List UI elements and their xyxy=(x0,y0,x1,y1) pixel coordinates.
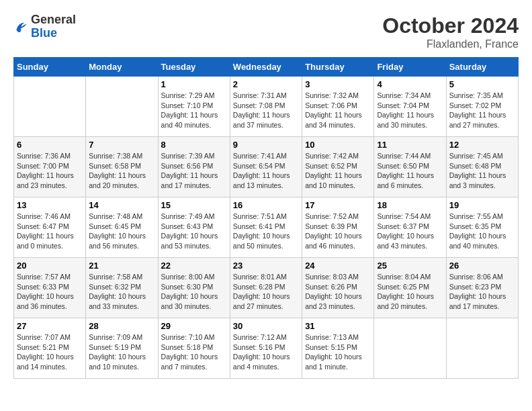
day-info: Sunrise: 7:35 AM Sunset: 7:02 PM Dayligh… xyxy=(449,91,515,130)
day-number: 11 xyxy=(377,140,443,150)
day-number: 9 xyxy=(233,140,299,150)
calendar-cell xyxy=(446,318,518,379)
day-number: 26 xyxy=(449,261,515,271)
day-info: Sunrise: 8:03 AM Sunset: 6:26 PM Dayligh… xyxy=(305,272,371,312)
calendar-cell: 29Sunrise: 7:10 AM Sunset: 5:18 PM Dayli… xyxy=(158,318,230,379)
calendar-cell: 15Sunrise: 7:49 AM Sunset: 6:43 PM Dayli… xyxy=(158,197,230,258)
day-info: Sunrise: 7:51 AM Sunset: 6:41 PM Dayligh… xyxy=(233,212,299,251)
day-number: 28 xyxy=(89,321,154,331)
calendar-cell: 2Sunrise: 7:31 AM Sunset: 7:08 PM Daylig… xyxy=(230,77,302,137)
day-info: Sunrise: 7:36 AM Sunset: 7:00 PM Dayligh… xyxy=(17,151,83,191)
day-number: 13 xyxy=(17,200,83,210)
day-number: 29 xyxy=(161,321,227,331)
logo-text: General Blue xyxy=(31,13,76,40)
day-number: 24 xyxy=(305,261,371,271)
day-info: Sunrise: 7:38 AM Sunset: 6:58 PM Dayligh… xyxy=(89,151,154,191)
calendar-cell: 3Sunrise: 7:32 AM Sunset: 7:06 PM Daylig… xyxy=(302,77,374,137)
day-number: 10 xyxy=(305,140,371,150)
calendar-cell: 10Sunrise: 7:42 AM Sunset: 6:52 PM Dayli… xyxy=(302,137,374,197)
logo-bird-icon xyxy=(13,19,28,34)
calendar-cell: 17Sunrise: 7:52 AM Sunset: 6:39 PM Dayli… xyxy=(302,197,374,258)
calendar-cell: 11Sunrise: 7:44 AM Sunset: 6:50 PM Dayli… xyxy=(374,137,446,197)
day-info: Sunrise: 7:12 AM Sunset: 5:16 PM Dayligh… xyxy=(233,332,299,372)
calendar-table: SundayMondayTuesdayWednesdayThursdayFrid… xyxy=(13,57,519,379)
calendar-cell: 21Sunrise: 7:58 AM Sunset: 6:32 PM Dayli… xyxy=(86,258,158,318)
calendar-cell: 23Sunrise: 8:01 AM Sunset: 6:28 PM Dayli… xyxy=(230,258,302,318)
header-day-saturday: Saturday xyxy=(446,58,518,77)
day-info: Sunrise: 7:41 AM Sunset: 6:54 PM Dayligh… xyxy=(233,151,299,191)
day-number: 2 xyxy=(233,79,299,89)
day-number: 19 xyxy=(449,200,515,210)
day-number: 25 xyxy=(377,261,443,271)
calendar-week-1: 1Sunrise: 7:29 AM Sunset: 7:10 PM Daylig… xyxy=(14,77,519,137)
calendar-cell xyxy=(14,77,86,137)
day-number: 4 xyxy=(377,79,443,89)
calendar-cell: 26Sunrise: 8:06 AM Sunset: 6:23 PM Dayli… xyxy=(446,258,518,318)
day-number: 8 xyxy=(161,140,227,150)
calendar-cell: 5Sunrise: 7:35 AM Sunset: 7:02 PM Daylig… xyxy=(446,77,518,137)
day-number: 31 xyxy=(305,321,371,331)
day-info: Sunrise: 7:10 AM Sunset: 5:18 PM Dayligh… xyxy=(161,332,227,372)
calendar-header: SundayMondayTuesdayWednesdayThursdayFrid… xyxy=(14,58,519,77)
day-info: Sunrise: 7:46 AM Sunset: 6:47 PM Dayligh… xyxy=(17,212,83,251)
calendar-cell: 1Sunrise: 7:29 AM Sunset: 7:10 PM Daylig… xyxy=(158,77,230,137)
header-day-sunday: Sunday xyxy=(14,58,86,77)
header-day-tuesday: Tuesday xyxy=(158,58,230,77)
calendar-cell: 27Sunrise: 7:07 AM Sunset: 5:21 PM Dayli… xyxy=(14,318,86,379)
day-info: Sunrise: 8:04 AM Sunset: 6:25 PM Dayligh… xyxy=(377,272,443,312)
header-day-thursday: Thursday xyxy=(302,58,374,77)
day-number: 20 xyxy=(17,261,83,271)
day-info: Sunrise: 7:39 AM Sunset: 6:56 PM Dayligh… xyxy=(161,151,227,191)
calendar-cell: 12Sunrise: 7:45 AM Sunset: 6:48 PM Dayli… xyxy=(446,137,518,197)
day-info: Sunrise: 7:54 AM Sunset: 6:37 PM Dayligh… xyxy=(377,212,443,251)
header-day-monday: Monday xyxy=(86,58,158,77)
calendar-cell: 14Sunrise: 7:48 AM Sunset: 6:45 PM Dayli… xyxy=(86,197,158,258)
day-info: Sunrise: 7:52 AM Sunset: 6:39 PM Dayligh… xyxy=(305,212,371,251)
calendar-cell: 25Sunrise: 8:04 AM Sunset: 6:25 PM Dayli… xyxy=(374,258,446,318)
day-info: Sunrise: 7:07 AM Sunset: 5:21 PM Dayligh… xyxy=(17,332,83,372)
calendar-cell: 24Sunrise: 8:03 AM Sunset: 6:26 PM Dayli… xyxy=(302,258,374,318)
header-day-friday: Friday xyxy=(374,58,446,77)
calendar-body: 1Sunrise: 7:29 AM Sunset: 7:10 PM Daylig… xyxy=(14,77,519,379)
day-number: 15 xyxy=(161,200,227,210)
calendar-cell: 4Sunrise: 7:34 AM Sunset: 7:04 PM Daylig… xyxy=(374,77,446,137)
day-info: Sunrise: 7:45 AM Sunset: 6:48 PM Dayligh… xyxy=(449,151,515,191)
logo: General Blue xyxy=(13,13,76,40)
day-number: 3 xyxy=(305,79,371,89)
calendar-cell: 31Sunrise: 7:13 AM Sunset: 5:15 PM Dayli… xyxy=(302,318,374,379)
day-number: 16 xyxy=(233,200,299,210)
day-info: Sunrise: 7:44 AM Sunset: 6:50 PM Dayligh… xyxy=(377,151,443,191)
logo-general: General xyxy=(31,13,76,27)
day-info: Sunrise: 7:13 AM Sunset: 5:15 PM Dayligh… xyxy=(305,332,371,372)
location: Flaxlanden, France xyxy=(382,38,519,50)
month-title: October 2024 xyxy=(382,13,519,38)
day-number: 1 xyxy=(161,79,227,89)
day-number: 27 xyxy=(17,321,83,331)
day-info: Sunrise: 7:57 AM Sunset: 6:33 PM Dayligh… xyxy=(17,272,83,312)
calendar-cell: 28Sunrise: 7:09 AM Sunset: 5:19 PM Dayli… xyxy=(86,318,158,379)
day-number: 18 xyxy=(377,200,443,210)
title-section: October 2024 Flaxlanden, France xyxy=(382,13,519,50)
day-number: 22 xyxy=(161,261,227,271)
calendar-cell xyxy=(374,318,446,379)
calendar-cell xyxy=(86,77,158,137)
day-info: Sunrise: 7:29 AM Sunset: 7:10 PM Dayligh… xyxy=(161,91,227,130)
day-info: Sunrise: 8:00 AM Sunset: 6:30 PM Dayligh… xyxy=(161,272,227,312)
day-number: 21 xyxy=(89,261,154,271)
day-number: 12 xyxy=(449,140,515,150)
day-info: Sunrise: 7:48 AM Sunset: 6:45 PM Dayligh… xyxy=(89,212,154,251)
day-info: Sunrise: 7:09 AM Sunset: 5:19 PM Dayligh… xyxy=(89,332,154,372)
day-info: Sunrise: 7:32 AM Sunset: 7:06 PM Dayligh… xyxy=(305,91,371,130)
calendar-cell: 8Sunrise: 7:39 AM Sunset: 6:56 PM Daylig… xyxy=(158,137,230,197)
calendar-cell: 18Sunrise: 7:54 AM Sunset: 6:37 PM Dayli… xyxy=(374,197,446,258)
day-info: Sunrise: 8:01 AM Sunset: 6:28 PM Dayligh… xyxy=(233,272,299,312)
day-info: Sunrise: 7:55 AM Sunset: 6:35 PM Dayligh… xyxy=(449,212,515,251)
day-info: Sunrise: 7:49 AM Sunset: 6:43 PM Dayligh… xyxy=(161,212,227,251)
page-header: General Blue October 2024 Flaxlanden, Fr… xyxy=(13,13,519,50)
calendar-cell: 7Sunrise: 7:38 AM Sunset: 6:58 PM Daylig… xyxy=(86,137,158,197)
day-info: Sunrise: 7:58 AM Sunset: 6:32 PM Dayligh… xyxy=(89,272,154,312)
day-info: Sunrise: 7:34 AM Sunset: 7:04 PM Dayligh… xyxy=(377,91,443,130)
calendar-week-3: 13Sunrise: 7:46 AM Sunset: 6:47 PM Dayli… xyxy=(14,197,519,258)
calendar-cell: 9Sunrise: 7:41 AM Sunset: 6:54 PM Daylig… xyxy=(230,137,302,197)
calendar-cell: 6Sunrise: 7:36 AM Sunset: 7:00 PM Daylig… xyxy=(14,137,86,197)
